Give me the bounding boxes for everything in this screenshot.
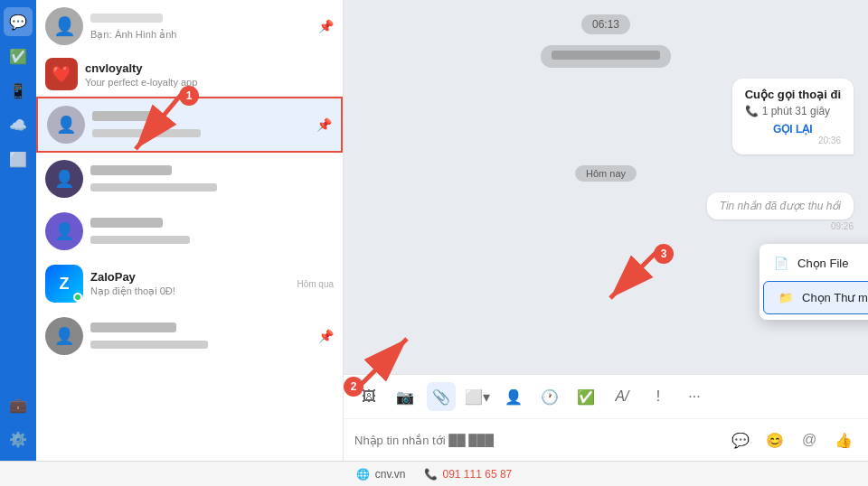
chat-item-5[interactable]: 👤 📌	[36, 310, 343, 362]
chat-name-2	[90, 164, 334, 180]
footer-website: 🌐 cnv.vn	[356, 468, 406, 481]
msg-call-right: Cuộc gọi thoại đi 📞 1 phút 31 giây GỌI L…	[358, 79, 854, 154]
msg-today: Hôm nay	[358, 165, 854, 182]
toolbar-exclaim-btn[interactable]: !	[644, 382, 673, 411]
footer-phone: 📞 091 111 65 87	[424, 468, 513, 481]
selected-chat-time: 📌	[316, 117, 332, 132]
chat-item-selected[interactable]: 👤 📌	[36, 97, 343, 153]
header-chat-time: 📌	[318, 19, 334, 33]
nav-settings-icon[interactable]: ⚙️	[4, 425, 33, 453]
loyalty-name: cnvloyalty	[85, 61, 334, 75]
chat-input-area: 💬 😊 @ 👍	[344, 418, 868, 461]
toolbar-attach-btn[interactable]: 📎	[427, 382, 456, 411]
context-menu-item-file[interactable]: 📄 Chọn File	[760, 248, 868, 279]
header-chat-preview: Bạn: Ảnh Hình ảnh	[90, 29, 311, 41]
zalopay-preview: Nạp điện thoại 0Đ!	[90, 285, 289, 297]
file-label: Chọn File	[797, 257, 848, 270]
input-sticker-btn[interactable]: 💬	[727, 426, 754, 453]
nav-todo-icon[interactable]: ✅	[4, 42, 33, 70]
avatar-3: 👤	[45, 212, 83, 250]
avatar-5: 👤	[45, 317, 83, 355]
recalled-time: 09:26	[831, 221, 854, 231]
chat-preview-5	[90, 339, 311, 352]
selected-avatar: 👤	[47, 106, 85, 144]
header-chat-name	[90, 12, 311, 27]
toolbar-reminder-btn[interactable]: 🕐	[535, 382, 564, 411]
call-again-row: GỌI LẠI	[745, 123, 841, 136]
toolbar-camera-btn[interactable]: 📷	[391, 382, 420, 411]
input-like-btn[interactable]: 👍	[830, 426, 857, 453]
chat-input[interactable]	[354, 434, 720, 447]
loyalty-tagline: Your perfect e-loyalty app	[85, 77, 334, 88]
header-chat-info: Bạn: Ảnh Hình ảnh	[90, 12, 311, 41]
phone-icon: 📞	[424, 468, 438, 481]
loyalty-logo: ❤️	[45, 58, 78, 90]
zalopay-online-dot	[73, 293, 82, 302]
nav-sidebar: 💬 ✅ 📱 ☁️ ⬜ 💼 ⚙️	[0, 0, 36, 461]
msg-recalled-right: Tin nhắn đã được thu hồi 09:26	[358, 192, 854, 231]
call-title: Cuộc gọi thoại đi	[745, 88, 841, 101]
zalopay-time: Hôm qua	[297, 279, 334, 289]
context-menu: 📄 Chọn File 📁 Chọn Thư mục	[760, 244, 868, 320]
file-icon: 📄	[774, 257, 788, 270]
chat-item-2[interactable]: 👤	[36, 153, 343, 205]
call-duration: 📞 1 phút 31 giây	[745, 105, 841, 117]
nav-chat-icon[interactable]: 💬	[4, 7, 33, 36]
chat-item-zalopay[interactable]: Z ZaloPay Nạp điện thoại 0Đ! Hôm qua	[36, 257, 343, 310]
zalopay-name: ZaloPay	[90, 270, 289, 284]
chat-main: 06:13 Cuộc gọi thoại đi 📞 1 phút 31 giây	[344, 0, 868, 461]
toolbar-image-btn[interactable]: 🖼	[354, 382, 383, 411]
globe-icon: 🌐	[356, 468, 370, 481]
zalopay-avatar: Z	[45, 265, 83, 303]
nav-work-icon[interactable]: 💼	[4, 390, 33, 419]
toolbar-screen-btn[interactable]: ⬜▾	[463, 382, 492, 411]
input-emoji-btn[interactable]: 😊	[761, 426, 788, 453]
folder-icon: 📁	[778, 291, 793, 304]
chat-name-3	[90, 216, 334, 232]
folder-label: Chọn Thư mục	[802, 291, 868, 304]
chat-time-5: 📌	[318, 329, 334, 343]
chat-item-3[interactable]: 👤	[36, 205, 343, 257]
loyalty-banner[interactable]: ❤️ cnvloyalty Your perfect e-loyalty app	[36, 52, 343, 97]
header-avatar: 👤	[45, 7, 83, 45]
nav-square-icon[interactable]: ⬜	[4, 145, 33, 173]
msg-center-blurred	[358, 45, 854, 68]
chat-toolbar: 🖼 📷 📎 ⬜▾ 👤 🕐 ✅ A/ ! ···	[344, 374, 868, 418]
selected-chat-name	[92, 109, 309, 126]
msg-timestamp-06: 06:13	[358, 14, 854, 34]
footer: 🌐 cnv.vn 📞 091 111 65 87	[0, 461, 868, 486]
toolbar-text-btn[interactable]: A/	[608, 382, 637, 411]
toolbar-more-btn[interactable]: ···	[680, 382, 709, 411]
nav-phone-icon[interactable]: 📱	[4, 76, 33, 105]
loyalty-info: cnvloyalty Your perfect e-loyalty app	[85, 61, 334, 88]
toolbar-contact-btn[interactable]: 👤	[499, 382, 528, 411]
input-mention-btn[interactable]: @	[796, 426, 823, 453]
call-time: 20:36	[745, 136, 841, 145]
toolbar-checklist-btn[interactable]: ✅	[571, 382, 600, 411]
msg-call-bubble: Cuộc gọi thoại đi 📞 1 phút 31 giây GỌI L…	[732, 79, 854, 154]
chat-info-2	[90, 164, 334, 195]
chat-preview-2	[90, 182, 334, 195]
call-again-btn[interactable]: GỌI LẠI	[773, 123, 813, 136]
avatar-2: 👤	[45, 160, 83, 198]
chat-info-5	[90, 321, 311, 352]
context-menu-item-folder[interactable]: 📁 Chọn Thư mục	[763, 281, 868, 314]
selected-chat-preview	[92, 127, 309, 141]
chat-list-header-item[interactable]: 👤 Bạn: Ảnh Hình ảnh 📌	[36, 0, 343, 52]
nav-cloud-icon[interactable]: ☁️	[4, 110, 33, 139]
zalopay-info: ZaloPay Nạp điện thoại 0Đ!	[90, 270, 289, 297]
chat-info-3	[90, 216, 334, 248]
chat-list: 👤 Bạn: Ảnh Hình ảnh 📌 ❤️	[36, 0, 344, 461]
chat-name-5	[90, 321, 311, 337]
msg-recalled-bubble: Tin nhắn đã được thu hồi	[707, 192, 854, 220]
selected-chat-info	[92, 109, 309, 141]
chat-preview-3	[90, 234, 334, 248]
